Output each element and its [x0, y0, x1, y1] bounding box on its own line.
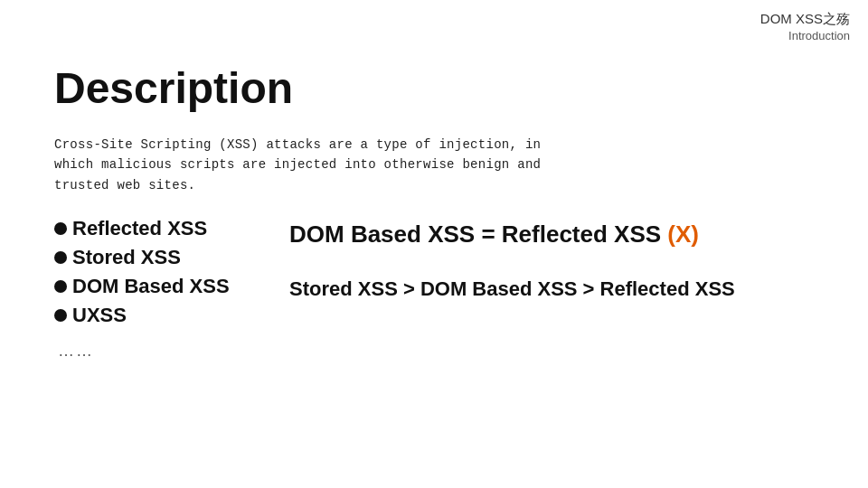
left-column: Reflected XSS Stored XSS DOM Based XSS U… — [54, 217, 253, 361]
ellipsis: …… — [58, 342, 253, 361]
bullet-item-2: Stored XSS — [72, 246, 181, 269]
bullet-item-3: DOM Based XSS — [72, 275, 230, 298]
bullet-item-1: Reflected XSS — [72, 217, 207, 240]
bullet-item-4: UXSS — [72, 304, 127, 327]
list-item: Stored XSS — [54, 246, 253, 269]
list-item: UXSS — [54, 304, 253, 327]
slide-subtitle: Introduction — [760, 28, 850, 44]
equation-prefix: DOM Based XSS = Reflected XSS — [289, 221, 667, 248]
list-item: Reflected XSS — [54, 217, 253, 240]
bullet-list: Reflected XSS Stored XSS DOM Based XSS U… — [54, 217, 253, 327]
equation-highlight: (X) — [667, 221, 699, 248]
comparison-text: Stored XSS > DOM Based XSS > Reflected X… — [289, 277, 814, 301]
bullet-dot — [54, 280, 67, 293]
slide-title: DOM XSS之殇 — [760, 9, 850, 28]
bullet-dot — [54, 222, 67, 235]
top-right-label: DOM XSS之殇 Introduction — [760, 9, 850, 44]
equation-text: DOM Based XSS = Reflected XSS (X) — [289, 221, 814, 249]
page-title: Description — [54, 63, 814, 113]
bullet-dot — [54, 251, 67, 264]
right-column: DOM Based XSS = Reflected XSS (X) Stored… — [289, 217, 814, 301]
content-area: Reflected XSS Stored XSS DOM Based XSS U… — [54, 217, 814, 361]
list-item: DOM Based XSS — [54, 275, 253, 298]
bullet-dot — [54, 309, 67, 322]
slide-container: DOM XSS之殇 Introduction Description Cross… — [0, 0, 868, 488]
description-paragraph: Cross-Site Scripting (XSS) attacks are a… — [54, 135, 814, 195]
